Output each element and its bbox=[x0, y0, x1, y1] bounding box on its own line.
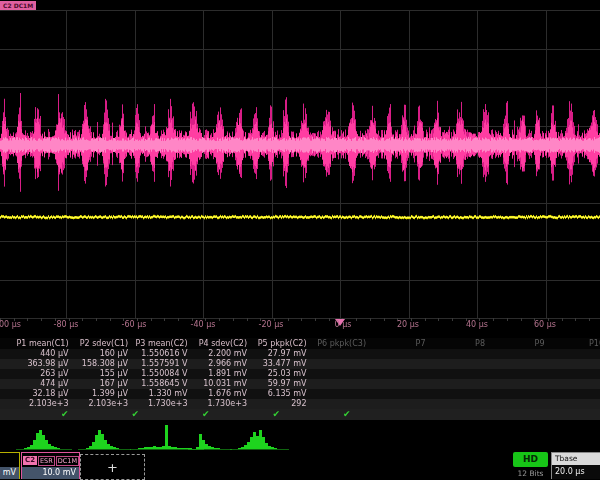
measure-value-cell: 10.031 mV bbox=[191, 379, 251, 389]
measure-value-cell: 440 µV bbox=[12, 349, 72, 359]
measure-value-cell: 32.18 µV bbox=[12, 389, 72, 399]
table-row: 474 µV167 µV1.558645 V10.031 mV59.97 mV bbox=[0, 379, 600, 389]
measure-value-cell bbox=[310, 369, 370, 379]
measure-value-cell bbox=[488, 399, 548, 409]
measure-value-cell bbox=[548, 359, 600, 369]
measure-value-cell: 59.97 mV bbox=[250, 379, 310, 389]
axis-label: -20 µs bbox=[259, 320, 284, 329]
measure-value-cell bbox=[369, 389, 429, 399]
hd-mode-button[interactable]: HD bbox=[513, 452, 548, 467]
measure-header-p10[interactable]: P10 bbox=[548, 338, 600, 349]
measure-value-cell: 1.891 mV bbox=[191, 369, 251, 379]
c2-vdiv-value: 10.0 mV bbox=[22, 467, 79, 479]
measure-value-cell: 1.557591 V bbox=[131, 359, 191, 369]
measure-value-cell: 2.200 mV bbox=[191, 349, 251, 359]
measure-status-check: ✔ bbox=[153, 409, 224, 420]
axis-label: 60 µs bbox=[534, 320, 556, 329]
measure-value-cell bbox=[429, 369, 489, 379]
measure-value-cell bbox=[429, 399, 489, 409]
measure-header-p1[interactable]: P1 mean(C1) bbox=[12, 338, 72, 349]
measure-header-p6[interactable]: P6 pkpk(C3) bbox=[310, 338, 370, 349]
measure-value-cell bbox=[548, 349, 600, 359]
add-trace-box[interactable]: + bbox=[80, 454, 145, 480]
measure-value-cell: 25.03 mV bbox=[250, 369, 310, 379]
measure-value-cell bbox=[548, 389, 600, 399]
measure-value-cell: 474 µV bbox=[12, 379, 72, 389]
channel-c2-descriptor[interactable]: C2 ESR DC1M 10.0 mV bbox=[21, 452, 80, 479]
c2-esr-token: ESR bbox=[38, 456, 55, 466]
measure-header-p9[interactable]: P9 bbox=[488, 338, 548, 349]
measure-value-cell: 263 µV bbox=[12, 369, 72, 379]
axis-label: 00 µs bbox=[0, 320, 21, 329]
measure-value-cell: 6.135 mV bbox=[250, 389, 310, 399]
measure-value-cell bbox=[369, 359, 429, 369]
measure-value-cell bbox=[429, 379, 489, 389]
table-row: P1 mean(C1)P2 sdev(C1)P3 mean(C2)P4 sdev… bbox=[0, 338, 600, 349]
measure-value-cell: 1.330 mV bbox=[131, 389, 191, 399]
axis-label: -40 µs bbox=[191, 320, 216, 329]
measure-value-cell: 167 µV bbox=[72, 379, 132, 389]
c1-vdiv-value: 10.0 mV bbox=[0, 467, 19, 479]
measure-status-check: ✔ bbox=[224, 409, 295, 420]
measure-value-cell bbox=[488, 389, 548, 399]
measure-value-cell: 1.550084 V bbox=[131, 369, 191, 379]
channel-c1-descriptor[interactable]: DC1M 10.0 mV bbox=[0, 452, 20, 479]
measurement-histicons bbox=[0, 420, 600, 454]
c2-label-badge: C2 bbox=[23, 456, 37, 465]
measure-value-cell bbox=[548, 369, 600, 379]
table-row: 32.18 µV1.399 µV1.330 mV1.676 mV6.135 mV bbox=[0, 389, 600, 399]
measure-status-check bbox=[576, 409, 600, 420]
measure-value-cell: 363.98 µV bbox=[12, 359, 72, 369]
measure-value-cell bbox=[310, 399, 370, 409]
table-row: 363.98 µV158.308 µV1.557591 V2.966 mV33.… bbox=[0, 359, 600, 369]
measure-value-cell: 1.550616 V bbox=[131, 349, 191, 359]
measure-value-cell bbox=[369, 379, 429, 389]
measure-header-p5[interactable]: P5 pkpk(C2) bbox=[250, 338, 310, 349]
c2-coupling-token: DC1M bbox=[56, 456, 79, 466]
measure-header-p8[interactable]: P8 bbox=[429, 338, 489, 349]
selected-trace-badge[interactable]: C2 DC1M bbox=[0, 1, 36, 10]
measure-status-check bbox=[506, 409, 577, 420]
axis-label: 40 µs bbox=[466, 320, 488, 329]
measure-value-cell bbox=[369, 349, 429, 359]
waveform-display[interactable] bbox=[0, 0, 600, 332]
measure-value-cell: 158.308 µV bbox=[72, 359, 132, 369]
measure-value-cell: 1.730e+3 bbox=[191, 399, 251, 409]
table-row: 2.103e+32.103e+31.730e+31.730e+3292 bbox=[0, 399, 600, 409]
axis-label: 0 µs bbox=[335, 320, 352, 329]
measure-value-cell bbox=[369, 399, 429, 409]
measure-value-cell bbox=[548, 399, 600, 409]
measure-value-cell: 33.477 mV bbox=[250, 359, 310, 369]
measure-value-cell: 1.558645 V bbox=[131, 379, 191, 389]
measure-value-cell bbox=[310, 379, 370, 389]
measure-header-p4[interactable]: P4 sdev(C2) bbox=[191, 338, 251, 349]
measure-value-cell bbox=[488, 379, 548, 389]
timebase-descriptor[interactable]: Tbase 20.0 µs bbox=[551, 452, 600, 479]
measure-status-check: ✔ bbox=[83, 409, 154, 420]
measure-value-cell: 2.966 mV bbox=[191, 359, 251, 369]
plus-icon: + bbox=[107, 460, 118, 475]
measure-status-check bbox=[365, 409, 436, 420]
measure-value-cell bbox=[429, 359, 489, 369]
measure-value-cell bbox=[488, 359, 548, 369]
measure-value-cell bbox=[369, 369, 429, 379]
timebase-title: Tbase bbox=[552, 453, 600, 465]
measure-value-cell: 1.676 mV bbox=[191, 389, 251, 399]
hd-bits-label: 12 Bits bbox=[513, 469, 548, 478]
measure-value-cell bbox=[548, 379, 600, 389]
measure-value-cell bbox=[429, 349, 489, 359]
measure-value-cell: 292 bbox=[250, 399, 310, 409]
table-row: 263 µV155 µV1.550084 V1.891 mV25.03 mV bbox=[0, 369, 600, 379]
measure-header-p2[interactable]: P2 sdev(C1) bbox=[72, 338, 132, 349]
measure-status-check: ✔ bbox=[12, 409, 83, 420]
axis-label: -80 µs bbox=[54, 320, 79, 329]
timebase-axis: 00 µs-80 µs-60 µs-40 µs-20 µs0 µs20 µs40… bbox=[0, 319, 600, 332]
measure-header-p7[interactable]: P7 bbox=[369, 338, 429, 349]
measure-value-cell: 160 µV bbox=[72, 349, 132, 359]
scope-screen: C2 DC1M 00 µs-80 µs-60 µs-40 µs-20 µs0 µ… bbox=[0, 0, 600, 480]
measure-header-p3[interactable]: P3 mean(C2) bbox=[131, 338, 191, 349]
measure-value-cell: 155 µV bbox=[72, 369, 132, 379]
table-row: 440 µV160 µV1.550616 V2.200 mV27.97 mV bbox=[0, 349, 600, 359]
measure-value-cell bbox=[310, 349, 370, 359]
measure-status-check bbox=[435, 409, 506, 420]
